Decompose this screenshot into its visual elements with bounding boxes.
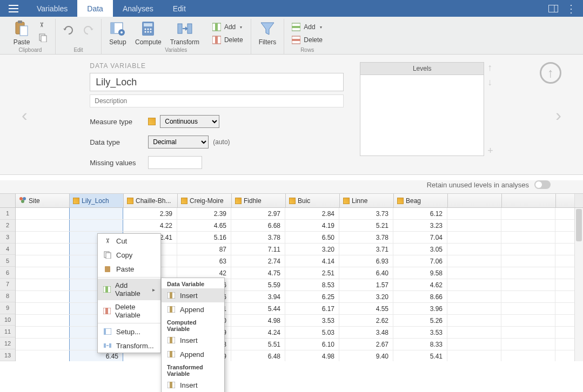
cell[interactable]: 2.39 xyxy=(123,208,177,219)
more-menu-button[interactable]: ⋮ xyxy=(566,3,577,14)
cell[interactable]: 3.71 xyxy=(339,244,393,255)
row-number[interactable]: 12 xyxy=(0,337,15,349)
cell[interactable] xyxy=(447,267,501,279)
levels-list[interactable] xyxy=(360,75,484,156)
variable-description-input[interactable] xyxy=(90,94,344,107)
cell[interactable] xyxy=(16,220,70,231)
menu-item-cut[interactable]: ✂Cut xyxy=(98,234,160,248)
cell[interactable]: 4.55 xyxy=(339,303,393,314)
cell[interactable] xyxy=(16,267,70,279)
submenu-item-append[interactable]: Append xyxy=(162,302,224,316)
cell[interactable]: 7.11 xyxy=(231,244,285,255)
cell[interactable] xyxy=(16,244,70,255)
delete-variable-button[interactable]: Delete xyxy=(210,34,245,46)
menu-item-paste[interactable]: Paste xyxy=(98,262,160,276)
cell[interactable]: 3.05 xyxy=(393,244,447,255)
row-number[interactable]: 9 xyxy=(0,302,15,314)
row-number[interactable]: 5 xyxy=(0,255,15,267)
cell[interactable] xyxy=(447,279,501,290)
cell[interactable]: 3.78 xyxy=(231,232,285,243)
row-number[interactable]: 13 xyxy=(0,349,15,361)
cell[interactable]: 3.20 xyxy=(339,291,393,302)
column-header[interactable]: Site xyxy=(16,194,70,207)
cell[interactable]: 2.84 xyxy=(285,208,339,219)
cell[interactable]: 3.73 xyxy=(339,208,393,219)
cell[interactable] xyxy=(501,339,555,350)
tab-edit[interactable]: Edit xyxy=(163,0,196,17)
row-number[interactable]: 6 xyxy=(0,267,15,279)
cell[interactable]: 4.98 xyxy=(285,350,339,361)
cell[interactable]: 5.26 xyxy=(393,315,447,326)
layout-icon[interactable] xyxy=(548,5,558,12)
tab-analyses[interactable]: Analyses xyxy=(113,0,163,17)
cell[interactable] xyxy=(69,208,123,219)
column-header[interactable]: Beag xyxy=(394,194,448,207)
cell[interactable] xyxy=(501,327,555,338)
cell[interactable]: 3.94 xyxy=(231,291,285,302)
cell[interactable] xyxy=(501,315,555,326)
cell[interactable]: 5.21 xyxy=(339,220,393,231)
missing-values-input[interactable] xyxy=(148,156,202,169)
cell[interactable] xyxy=(447,291,501,302)
cell[interactable] xyxy=(16,303,70,314)
cell[interactable]: 6.68 xyxy=(231,220,285,231)
cell[interactable]: 4.14 xyxy=(285,255,339,267)
row-number[interactable]: 8 xyxy=(0,290,15,302)
cell[interactable] xyxy=(447,244,501,255)
cell[interactable]: 2.51 xyxy=(285,267,339,279)
cell[interactable] xyxy=(16,350,70,361)
vertical-scrollbar[interactable] xyxy=(574,208,583,361)
column-header[interactable]: Buic xyxy=(286,194,340,207)
cell[interactable]: 5.03 xyxy=(285,327,339,338)
menu-item-copy[interactable]: Copy xyxy=(98,248,160,262)
level-add-button[interactable]: + xyxy=(487,145,493,157)
data-type-select[interactable]: Decimal xyxy=(148,136,209,148)
cell[interactable]: 6.10 xyxy=(285,339,339,350)
cell[interactable] xyxy=(69,220,123,231)
add-row-button[interactable]: Add▾ xyxy=(290,21,325,33)
cell[interactable] xyxy=(447,339,501,350)
cell[interactable]: 42 xyxy=(177,267,231,279)
row-number[interactable]: 7 xyxy=(0,279,15,290)
empty-column[interactable] xyxy=(448,194,502,207)
cell[interactable]: 5.44 xyxy=(231,303,285,314)
redo-button[interactable] xyxy=(81,24,96,36)
cell[interactable]: 4.75 xyxy=(231,267,285,279)
row-number[interactable]: 11 xyxy=(0,326,15,337)
measure-type-select[interactable]: Continuous xyxy=(160,115,219,128)
cell[interactable]: 3.20 xyxy=(285,244,339,255)
delete-row-button[interactable]: Delete xyxy=(290,34,325,46)
cell[interactable] xyxy=(16,315,70,326)
cell[interactable]: 4.62 xyxy=(393,279,447,290)
cell[interactable]: 3.78 xyxy=(339,232,393,243)
cell[interactable] xyxy=(447,315,501,326)
cell[interactable]: 4.98 xyxy=(231,315,285,326)
cell[interactable] xyxy=(447,220,501,231)
cell[interactable] xyxy=(447,208,501,219)
row-number[interactable]: 3 xyxy=(0,232,15,244)
cell[interactable] xyxy=(16,279,70,290)
cell[interactable] xyxy=(16,327,70,338)
cell[interactable]: 3.53 xyxy=(393,327,447,338)
app-menu-button[interactable] xyxy=(0,0,27,17)
cell[interactable] xyxy=(447,232,501,243)
tab-data[interactable]: Data xyxy=(77,0,113,17)
cell[interactable] xyxy=(16,339,70,350)
tab-variables[interactable]: Variables xyxy=(27,0,77,17)
setup-button[interactable]: Setup xyxy=(107,19,129,47)
cell[interactable] xyxy=(16,291,70,302)
row-number[interactable]: 4 xyxy=(0,244,15,255)
transform-button[interactable]: Transform xyxy=(168,19,202,47)
cell[interactable]: 4.65 xyxy=(177,220,231,231)
cell[interactable] xyxy=(501,303,555,314)
cell[interactable]: 4.19 xyxy=(285,220,339,231)
cell[interactable] xyxy=(501,220,555,231)
cell[interactable]: 9.40 xyxy=(339,350,393,361)
select-all-corner[interactable] xyxy=(0,194,16,207)
cell[interactable] xyxy=(501,350,555,361)
cell[interactable] xyxy=(501,279,555,290)
cell[interactable]: 8.53 xyxy=(285,279,339,290)
collapse-editor-button[interactable]: ↑ xyxy=(540,62,561,84)
cell[interactable]: 5.41 xyxy=(393,350,447,361)
menu-item-transform-[interactable]: Transform... xyxy=(98,339,160,353)
